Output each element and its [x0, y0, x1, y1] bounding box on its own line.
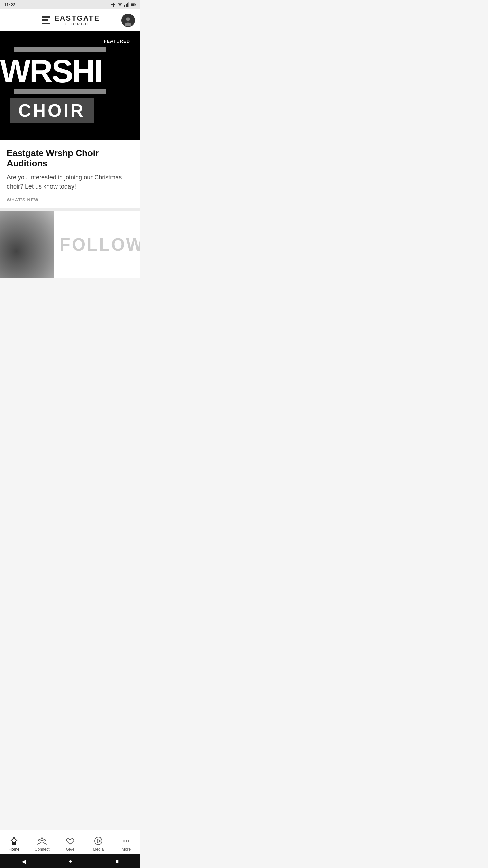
status-bar: 11:22 [0, 0, 140, 9]
content-title: Eastgate Wrshp Choir Auditions [7, 148, 134, 169]
svg-rect-9 [135, 4, 136, 5]
app-header: EASTGATE CHURCH [0, 9, 140, 31]
svg-rect-4 [126, 4, 127, 7]
second-card-inner: FOLLOW [0, 211, 140, 278]
wifi-icon [117, 2, 123, 7]
svg-rect-6 [128, 2, 129, 7]
stripe-mid [14, 89, 106, 94]
bottom-padding [0, 278, 140, 319]
svg-rect-12 [42, 23, 50, 24]
svg-point-2 [120, 6, 120, 7]
logo-text: EASTGATE CHURCH [54, 15, 100, 26]
wrshp-art: WRSHI CHOIR [0, 31, 140, 140]
notification-icon [110, 2, 116, 7]
logo-icon [41, 16, 52, 25]
svg-rect-8 [131, 4, 135, 6]
battery-icon [131, 2, 136, 7]
choir-text: CHOIR [18, 101, 85, 120]
stripe-top [14, 47, 106, 52]
svg-rect-5 [127, 3, 128, 7]
wrshp-main-text: WRSHI [0, 55, 102, 87]
featured-content: Eastgate Wrshp Choir Auditions Are you i… [0, 140, 140, 208]
follow-text: FOLLOW [60, 234, 140, 255]
logo-eastgate: EASTGATE [54, 15, 100, 22]
second-card-image [0, 211, 54, 278]
status-icons [110, 2, 136, 7]
avatar-button[interactable] [121, 14, 135, 27]
app-logo: EASTGATE CHURCH [41, 15, 100, 26]
second-card[interactable]: FOLLOW [0, 211, 140, 278]
choir-block: CHOIR [10, 98, 94, 123]
avatar-icon [123, 15, 134, 26]
featured-banner[interactable]: FEATURED WRSHI CHOIR [0, 31, 140, 140]
svg-rect-11 [42, 19, 48, 21]
section-divider [0, 208, 140, 211]
svg-rect-3 [124, 5, 125, 7]
content-tag: WHAT'S NEW [7, 197, 134, 202]
signal-icon [124, 2, 129, 7]
svg-rect-10 [42, 16, 50, 18]
featured-badge: FEATURED [99, 37, 135, 46]
logo-church: CHURCH [54, 22, 100, 26]
svg-point-14 [126, 17, 130, 21]
status-time: 11:22 [4, 2, 15, 7]
second-card-text: FOLLOW [54, 211, 140, 278]
content-description: Are you interested in joining our Christ… [7, 173, 134, 191]
